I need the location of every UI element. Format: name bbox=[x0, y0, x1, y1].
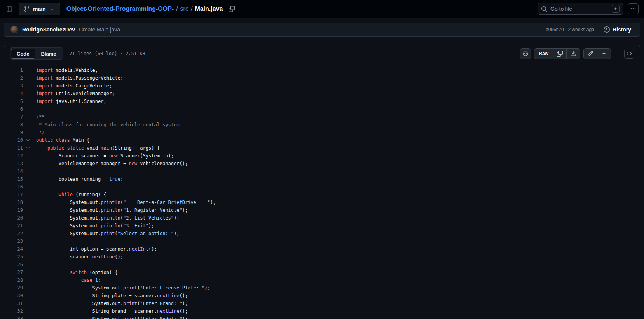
line-number[interactable]: 4 bbox=[4, 90, 23, 98]
code-text: */ bbox=[33, 129, 640, 136]
code-text: import models.Vehicle; bbox=[33, 66, 640, 74]
tab-blame[interactable]: Blame bbox=[35, 49, 62, 59]
line-number[interactable]: 31 bbox=[4, 300, 23, 307]
app-header: main Object-Oriented-Programming-OOP- / … bbox=[0, 0, 644, 18]
branch-selector[interactable]: main bbox=[19, 3, 60, 15]
line-number[interactable]: 2 bbox=[4, 74, 23, 82]
line-number[interactable]: 19 bbox=[4, 206, 23, 214]
line-number[interactable]: 29 bbox=[4, 284, 23, 292]
file-info-text: 71 lines (60 loc) · 2.51 KB bbox=[70, 51, 145, 56]
code-text: scanner.nextLine(); bbox=[33, 253, 640, 261]
code-line: 16 bbox=[4, 183, 640, 191]
code-line: 2import models.PassengerVehicle; bbox=[4, 74, 640, 82]
copilot-button[interactable] bbox=[520, 48, 531, 59]
line-number[interactable]: 22 bbox=[4, 230, 23, 237]
commit-sha-time-link[interactable]: b056b70 · 2 weeks ago bbox=[546, 27, 594, 32]
code-line: 27 switch (option) { bbox=[4, 268, 640, 276]
commit-message-link[interactable]: Create Main.java bbox=[79, 26, 120, 33]
download-raw-button[interactable] bbox=[566, 49, 580, 59]
breadcrumb-separator: / bbox=[174, 5, 180, 12]
code-line: 21 System.out.println("3. Exit"); bbox=[4, 222, 640, 230]
history-button[interactable]: History bbox=[601, 26, 634, 33]
git-branch-icon bbox=[24, 6, 30, 12]
line-number[interactable]: 23 bbox=[4, 237, 23, 245]
code-line: 29 System.out.print("Enter License Plate… bbox=[4, 284, 640, 292]
breadcrumb-dir-link[interactable]: src bbox=[180, 5, 188, 12]
symbols-panel-button[interactable] bbox=[624, 49, 634, 59]
header-more-options-button[interactable] bbox=[628, 3, 639, 14]
line-number[interactable]: 13 bbox=[4, 160, 23, 167]
code-line: 24 int option = scanner.nextInt(); bbox=[4, 245, 640, 253]
line-number[interactable]: 9 bbox=[4, 129, 23, 136]
breadcrumb-separator: / bbox=[188, 5, 195, 12]
code-text bbox=[33, 183, 640, 191]
line-number[interactable]: 21 bbox=[4, 222, 23, 230]
line-number[interactable]: 33 bbox=[4, 315, 23, 319]
go-to-file-input[interactable]: Go to file t bbox=[538, 3, 623, 15]
code-line: 17 while (running) { bbox=[4, 191, 640, 199]
commit-author-link[interactable]: RodrigoSanchezDev bbox=[22, 26, 75, 33]
fold-chevron-icon[interactable] bbox=[23, 136, 33, 144]
copy-raw-button[interactable] bbox=[553, 49, 566, 59]
code-text: import models.PassengerVehicle; bbox=[33, 74, 640, 82]
breadcrumb-file-name: Main.java bbox=[195, 5, 223, 12]
line-number[interactable]: 15 bbox=[4, 175, 23, 183]
code-lines: 1import models.Vehicle;2import models.Pa… bbox=[4, 62, 640, 319]
line-number[interactable]: 26 bbox=[4, 261, 23, 268]
line-number[interactable]: 32 bbox=[4, 307, 23, 315]
raw-button[interactable]: Raw bbox=[534, 49, 553, 59]
code-text: String brand = scanner.nextLine(); bbox=[33, 307, 640, 315]
code-text: System.out.println("2. List Vehicles"); bbox=[33, 214, 640, 222]
code-text: String plate = scanner.nextLine(); bbox=[33, 292, 640, 300]
code-line: 31 System.out.print("Enter Brand: "); bbox=[4, 300, 640, 307]
line-number[interactable]: 24 bbox=[4, 245, 23, 253]
line-number[interactable]: 12 bbox=[4, 152, 23, 160]
author-avatar[interactable] bbox=[10, 26, 18, 33]
code-blame-switcher: Code Blame bbox=[10, 47, 63, 60]
line-number[interactable]: 14 bbox=[4, 167, 23, 175]
code-line: 3import models.CargoVehicle; bbox=[4, 82, 640, 90]
code-line: 9 */ bbox=[4, 129, 640, 136]
code-line: 4import utils.VehicleManager; bbox=[4, 90, 640, 98]
branch-name: main bbox=[33, 6, 46, 12]
line-number[interactable]: 3 bbox=[4, 82, 23, 90]
code-text: import utils.VehicleManager; bbox=[33, 90, 640, 98]
line-number[interactable]: 25 bbox=[4, 253, 23, 261]
latest-commit-bar: RodrigoSanchezDev Create Main.java b056b… bbox=[4, 23, 640, 37]
line-number[interactable]: 18 bbox=[4, 199, 23, 206]
copilot-icon bbox=[522, 51, 529, 57]
line-number[interactable]: 7 bbox=[4, 113, 23, 121]
code-line: 32 String brand = scanner.nextLine(); bbox=[4, 307, 640, 315]
line-number[interactable]: 28 bbox=[4, 276, 23, 284]
line-number[interactable]: 17 bbox=[4, 191, 23, 199]
code-line: 28 case 1: bbox=[4, 276, 640, 284]
edit-file-button[interactable] bbox=[584, 49, 597, 59]
code-line: 23 bbox=[4, 237, 640, 245]
code-text bbox=[33, 167, 640, 175]
line-number[interactable]: 11 bbox=[4, 144, 23, 152]
line-number[interactable]: 8 bbox=[4, 121, 23, 129]
tab-code[interactable]: Code bbox=[11, 49, 35, 59]
edit-dropdown-button[interactable] bbox=[597, 49, 611, 59]
pencil-icon bbox=[587, 51, 593, 57]
code-line: 20 System.out.println("2. List Vehicles"… bbox=[4, 214, 640, 222]
line-number[interactable]: 30 bbox=[4, 292, 23, 300]
code-line: 1import models.Vehicle; bbox=[4, 66, 640, 74]
line-number[interactable]: 1 bbox=[4, 66, 23, 74]
line-number[interactable]: 16 bbox=[4, 183, 23, 191]
sidebar-toggle-button[interactable] bbox=[3, 3, 16, 15]
line-number[interactable]: 20 bbox=[4, 214, 23, 222]
download-icon bbox=[570, 51, 576, 57]
search-shortcut-key: t bbox=[612, 5, 620, 13]
breadcrumb-repo-link[interactable]: Object-Oriented-Programming-OOP- bbox=[66, 5, 174, 12]
line-number[interactable]: 27 bbox=[4, 268, 23, 276]
code-text: switch (option) { bbox=[33, 268, 640, 276]
history-icon bbox=[604, 26, 610, 33]
line-number[interactable]: 5 bbox=[4, 98, 23, 105]
file-header: Code Blame 71 lines (60 loc) · 2.51 KB R bbox=[4, 45, 640, 62]
fold-chevron-icon[interactable] bbox=[23, 144, 33, 152]
code-line: 10public class Main { bbox=[4, 136, 640, 144]
line-number[interactable]: 10 bbox=[4, 136, 23, 144]
line-number[interactable]: 6 bbox=[4, 105, 23, 113]
copy-path-button[interactable] bbox=[227, 4, 237, 14]
